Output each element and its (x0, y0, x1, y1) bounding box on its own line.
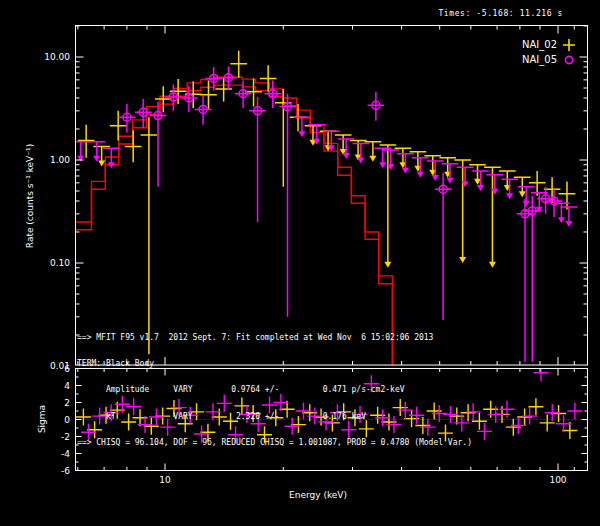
sigma-tick-label: 6 (64, 364, 70, 374)
legend-item-nai05: NAI_05 (522, 52, 576, 67)
fit-results-text: ==> MFIT F95 v1.7 2012 Sept. 7: Fit comp… (77, 316, 472, 466)
fit-line-amplitude: Amplitude VARY 0.9764 +/- 0.471 p/s-cm2-… (77, 386, 472, 395)
sigma-tick-label: -6 (61, 466, 70, 476)
legend-label-nai05: NAI_05 (522, 54, 557, 65)
x-tick-label-100: 100 (549, 475, 566, 485)
circle-marker-glyph (565, 56, 572, 63)
sigma-tick-label: -2 (61, 432, 70, 442)
legend-item-nai02: NAI_02 (522, 37, 576, 52)
rmfit-spectral-fit-window: 10.001.000.100.016420-2-4-6 Times: -5.16… (0, 0, 600, 526)
legend-label-nai02: NAI_02 (522, 39, 557, 50)
time-range-label: Times: -5.168: 11.216 s (438, 9, 563, 18)
rate-tick-label: 10.00 (44, 52, 70, 62)
circle-marker-icon (562, 53, 576, 67)
fit-line-kt: kT VARY 2.320 +/- 0.176 keV (77, 413, 472, 422)
rate-tick-label: 0.10 (50, 258, 70, 268)
fit-line-chisq: ==> CHISQ = 96.104, DOF = 96, REDUCED CH… (77, 439, 472, 448)
sigma-axis-label: Sigma (37, 405, 47, 433)
x-tick-label-10: 10 (159, 475, 170, 485)
tick-labels: 10.001.000.100.016420-2-4-6 (44, 52, 70, 476)
fit-line-term: TERM: Black Body (77, 360, 472, 369)
energy-axis-label: Energy (keV) (289, 490, 347, 500)
data-series-nai_02 (78, 51, 575, 355)
rate-tick-label: 1.00 (50, 155, 70, 165)
sigma-tick-label: 0 (64, 415, 70, 425)
sigma-tick-label: 2 (64, 398, 70, 408)
legend: NAI_02 NAI_05 (522, 37, 576, 67)
plus-marker-icon (562, 38, 576, 52)
sigma-tick-label: 4 (64, 381, 70, 391)
plus-marker-glyph (563, 39, 575, 51)
sigma-tick-label: -4 (61, 449, 70, 459)
fit-line-version: ==> MFIT F95 v1.7 2012 Sept. 7: Fit comp… (77, 334, 472, 343)
rate-axis-label: Rate (counts s⁻¹ keV⁻¹) (25, 144, 35, 248)
